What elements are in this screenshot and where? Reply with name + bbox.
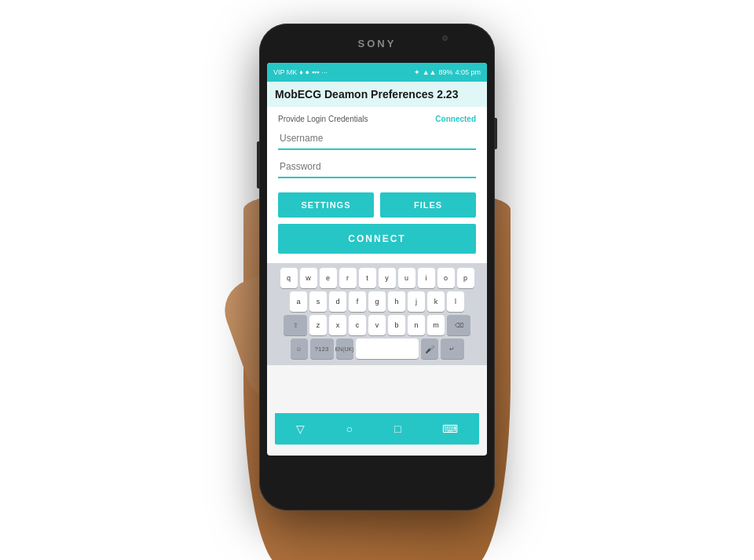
home-nav-icon[interactable]: ○ <box>346 423 353 435</box>
username-input[interactable] <box>278 128 476 150</box>
keyboard-nav-icon[interactable]: ⌨ <box>442 423 458 435</box>
backspace-key[interactable]: ⌫ <box>447 315 470 335</box>
keyboard-row-4: ☺ ?123 EN(UK) 🎤 ↵ <box>270 339 484 359</box>
space-key[interactable] <box>356 339 419 359</box>
keyboard-row-2: a s d f g h j k l <box>270 291 484 312</box>
key-t[interactable]: t <box>359 268 376 288</box>
mic-icon[interactable]: 🎤 <box>421 339 438 359</box>
keyboard: q w e r t y u i o p a s d f g h <box>267 263 487 365</box>
emoji-key[interactable]: ☺ <box>291 339 308 359</box>
battery-percent: 89% <box>438 68 452 76</box>
locale-key[interactable]: EN(UK) <box>336 339 353 359</box>
key-z[interactable]: z <box>309 315 327 335</box>
volume-button[interactable] <box>257 141 260 188</box>
key-b[interactable]: b <box>388 315 405 335</box>
key-p[interactable]: p <box>457 268 474 288</box>
bluetooth-icon: ✦ <box>414 68 420 76</box>
key-q[interactable]: q <box>280 268 298 288</box>
settings-button[interactable]: SETTINGS <box>278 192 374 218</box>
key-h[interactable]: h <box>388 291 405 312</box>
phone-body: SONY VIP MK ♦ ● ▪▪▪ ··· ✦ ▲▲ 89% 4:05 pm <box>259 24 495 511</box>
key-w[interactable]: w <box>300 268 317 288</box>
files-button[interactable]: FILES <box>380 192 476 218</box>
battery-dots: ··· <box>321 68 328 76</box>
status-right: ✦ ▲▲ 89% 4:05 pm <box>414 68 481 76</box>
signal-icons: ♦ ● <box>299 68 309 76</box>
shift-key[interactable]: ⇧ <box>284 315 307 335</box>
action-buttons-row: SETTINGS FILES <box>278 192 476 218</box>
wifi-icon: ▲▲ <box>423 68 437 76</box>
time-display: 4:05 pm <box>455 68 481 76</box>
keyboard-row-3: ⇧ z x c v b n m ⌫ <box>270 315 484 335</box>
back-nav-icon[interactable]: ▽ <box>296 423 305 435</box>
credentials-label: Provide Login Credentials <box>278 115 368 123</box>
key-d[interactable]: d <box>329 291 346 312</box>
numbers-key[interactable]: ?123 <box>310 339 334 359</box>
key-u[interactable]: u <box>398 268 415 288</box>
recents-nav-icon[interactable]: □ <box>394 423 401 435</box>
key-v[interactable]: v <box>368 315 386 335</box>
scene: SONY VIP MK ♦ ● ▪▪▪ ··· ✦ ▲▲ 89% 4:05 pm <box>0 0 754 560</box>
enter-key[interactable]: ↵ <box>441 339 464 359</box>
key-g[interactable]: g <box>368 291 386 312</box>
camera-icon <box>442 35 448 41</box>
power-button[interactable] <box>494 118 497 149</box>
status-left: VIP MK ♦ ● ▪▪▪ ··· <box>273 68 328 76</box>
keyboard-row-1: q w e r t y u i o p <box>270 268 484 288</box>
connect-button[interactable]: CONNECT <box>278 224 476 254</box>
status-bar: VIP MK ♦ ● ▪▪▪ ··· ✦ ▲▲ 89% 4:05 pm <box>267 63 487 82</box>
carrier-text: VIP MK <box>273 68 297 76</box>
key-o[interactable]: o <box>437 268 455 288</box>
key-j[interactable]: j <box>408 291 425 312</box>
battery-icon: ▪▪▪ <box>312 68 320 76</box>
key-x[interactable]: x <box>329 315 346 335</box>
key-m[interactable]: m <box>427 315 445 335</box>
key-c[interactable]: c <box>349 315 366 335</box>
key-r[interactable]: r <box>339 268 357 288</box>
key-f[interactable]: f <box>349 291 366 312</box>
key-e[interactable]: e <box>320 268 337 288</box>
connected-status: Connected <box>435 115 476 123</box>
key-k[interactable]: k <box>427 291 445 312</box>
credentials-row: Provide Login Credentials Connected <box>278 115 476 123</box>
key-l[interactable]: l <box>447 291 464 312</box>
password-input[interactable] <box>278 156 476 178</box>
navigation-bar: ▽ ○ □ ⌨ <box>275 413 479 445</box>
phone-brand: SONY <box>358 38 397 49</box>
app-title: MobECG Deamon Preferences 2.23 <box>267 82 487 107</box>
key-n[interactable]: n <box>408 315 425 335</box>
phone-screen: VIP MK ♦ ● ▪▪▪ ··· ✦ ▲▲ 89% 4:05 pm MobE… <box>267 63 487 456</box>
key-s[interactable]: s <box>309 291 327 312</box>
key-y[interactable]: y <box>379 268 396 288</box>
app-content: MobECG Deamon Preferences 2.23 Provide L… <box>267 82 487 263</box>
key-i[interactable]: i <box>418 268 435 288</box>
key-a[interactable]: a <box>290 291 307 312</box>
